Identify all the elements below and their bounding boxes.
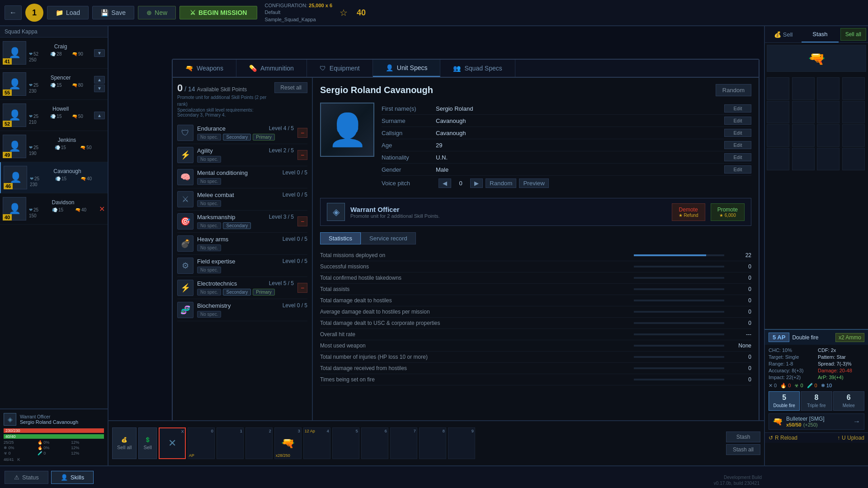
tab-ammunition[interactable]: 💊 Ammunition [236,60,307,77]
stash-slot-5[interactable] [767,101,789,123]
fire-tab-double[interactable]: 5 Double fire [769,391,800,411]
inv-slot-8[interactable]: 7 [390,427,417,459]
stash-btn[interactable]: Stash [726,432,760,442]
down-btn-craig[interactable]: ▼ [94,49,105,57]
back-button[interactable]: ← [5,5,22,20]
stash-slot-12[interactable] [842,124,865,147]
stash-slot-8[interactable] [842,101,865,123]
agility-level: Level 2 / 5 [269,147,294,156]
slot-4-num: 3 [298,429,300,433]
voice-pitch-value: 0 [454,180,467,187]
stash-slot-2[interactable] [792,77,815,100]
squad-member-spencer[interactable]: 👤 55 Spencer ❤25 💨15 🔫80 230 ▲ ▼ [0,69,108,100]
marks-minus-btn[interactable]: − [297,216,307,226]
stash-slot-3[interactable] [817,77,840,100]
edit-firstname-btn[interactable]: Edit [724,104,751,113]
inv-slot-1[interactable]: 0 AP [188,427,215,459]
agility-name: Agility [197,147,213,154]
inv-slot-6[interactable]: 5 [332,427,359,459]
stash-weapon-slot[interactable]: 🔫 [767,45,866,72]
up-btn-spencer[interactable]: ▲ [94,76,105,84]
voice-preview-btn[interactable]: Preview [519,178,548,188]
edit-nationality-btn[interactable]: Edit [724,153,751,161]
rating-star[interactable]: ☆ [340,7,348,18]
stash-slot-10[interactable] [792,124,815,147]
sell-tab-label: Sell [783,31,793,38]
inv-slot-4[interactable]: 🔫 3 x28/250 [274,427,302,459]
upload-btn[interactable]: ↑ U Upload [837,435,864,441]
reset-all-button[interactable]: Reset all [274,82,307,93]
inv-slot-9[interactable]: 8 [419,427,446,459]
electro-minus-btn[interactable]: − [297,283,307,293]
sell-tab[interactable]: 💰 Sell [765,26,802,42]
sell-all-inv-label: Sell all [117,445,132,450]
voice-random-btn[interactable]: Random [486,178,516,188]
inv-slot-7[interactable]: 6 [361,427,388,459]
sell-inv-btn[interactable]: 💲 Sell [138,427,156,459]
save-button[interactable]: 💾 Save [92,6,134,19]
stash-slot-1[interactable] [767,77,789,100]
demote-button[interactable]: Demote ★ Refund [672,203,705,221]
fire-tab-triple[interactable]: 8 Triple fire [801,391,832,411]
biochem-name: Biochemistry [197,302,231,309]
tab-unit-specs[interactable]: 👤 Unit Specs [373,60,441,77]
stat-row-corporate-damage: Total damage dealt to USC & corporate pr… [320,318,751,329]
edit-surname-btn[interactable]: Edit [724,117,751,125]
voice-prev-btn[interactable]: ◀ [439,178,451,188]
stash-slot-6[interactable] [792,101,815,123]
fire-tab-melee[interactable]: 6 Melee [833,391,864,411]
agility-minus-btn[interactable]: − [297,150,307,160]
voice-next-btn[interactable]: ▶ [470,178,483,188]
random-button[interactable]: Random [716,84,751,96]
stash-all-btn[interactable]: Stash all [726,444,760,455]
squad-member-cavanough[interactable]: 👤 46 Cavanough ❤25 💨15 🔫40 230 [0,162,108,193]
stash-slot-4[interactable] [842,77,865,100]
squad-member-jenkins[interactable]: 👤 49 Jenkins ❤25 💨15 🔫50 190 [0,131,108,162]
inv-slot-3[interactable]: 2 [245,427,273,459]
edit-age-btn[interactable]: Edit [724,141,751,149]
inv-slot-2[interactable]: 1 [217,427,244,459]
endurance-tags: No spec. Secondary Primary [197,134,294,141]
begin-mission-button[interactable]: ⚔ BEGIN MISSION [179,6,257,19]
save-icon: 💾 [101,9,108,16]
squad-member-davidson[interactable]: 👤 40 Davidson ❤25 💨15 🔫40 150 ✕ [0,193,108,225]
service-record-tab[interactable]: Service record [361,232,416,244]
promote-button[interactable]: Promote ★ 6,000 [711,203,745,221]
tab-weapons[interactable]: 🔫 Weapons [173,60,236,77]
status-btn[interactable]: ⚠ Status [5,471,48,484]
inv-slot-0[interactable]: ✕ X [159,427,186,459]
sell-all-inv-btn[interactable]: 💰 Sell all [112,427,137,459]
squad-member-howell[interactable]: 👤 52 Howell ❤25 💨15 🔫50 210 ▲ [0,100,108,131]
name-craig: Craig [29,43,92,50]
statistics-tab[interactable]: Statistics [320,232,361,244]
tab-squad-specs[interactable]: 👥 Squad Specs [440,60,515,77]
stash-sell-all-btn[interactable]: Sell all [840,28,866,41]
new-button[interactable]: ⊕ New [138,6,176,19]
load-button[interactable]: 📁 Load [47,6,89,19]
damage-label: Damage: 20-48 [818,368,864,373]
stash-slot-15[interactable] [817,148,840,170]
stash-slot-7[interactable] [817,101,840,123]
skills-btn[interactable]: 👤 Skills [51,471,94,484]
level-howell: 52 [3,121,12,127]
down-btn-spencer[interactable]: ▼ [94,84,105,92]
stash-slot-14[interactable] [792,148,815,170]
endurance-minus-btn[interactable]: − [297,128,307,138]
stash-slot-16[interactable] [842,148,865,170]
reload-btn[interactable]: ↺ R Reload [769,435,797,441]
inv-slot-5[interactable]: 4 12 Ap [303,427,330,459]
stash-slot-11[interactable] [817,124,840,147]
edit-gender-btn[interactable]: Edit [724,165,751,174]
inv-slot-10[interactable]: 9 [448,427,475,459]
stash-slot-13[interactable] [767,148,789,170]
level-row: 46/41 K [4,457,104,462]
edit-callsign-btn[interactable]: Edit [724,129,751,137]
squad-member-craig[interactable]: 👤 41 Craig ❤52 💨28 🔫90 250 ▼ [0,38,108,69]
tag-nospec-et: No spec. [197,289,221,296]
electro-details: Electrotechnics Level 5 / 5 No spec. Sec… [197,280,294,296]
tab-equipment[interactable]: 🛡 Equipment [307,60,373,77]
stash-tab[interactable]: Stash [802,26,838,42]
stash-slot-9[interactable] [767,124,789,147]
field-name: Field expertise [197,258,236,265]
up-btn-howell[interactable]: ▲ [94,112,105,119]
